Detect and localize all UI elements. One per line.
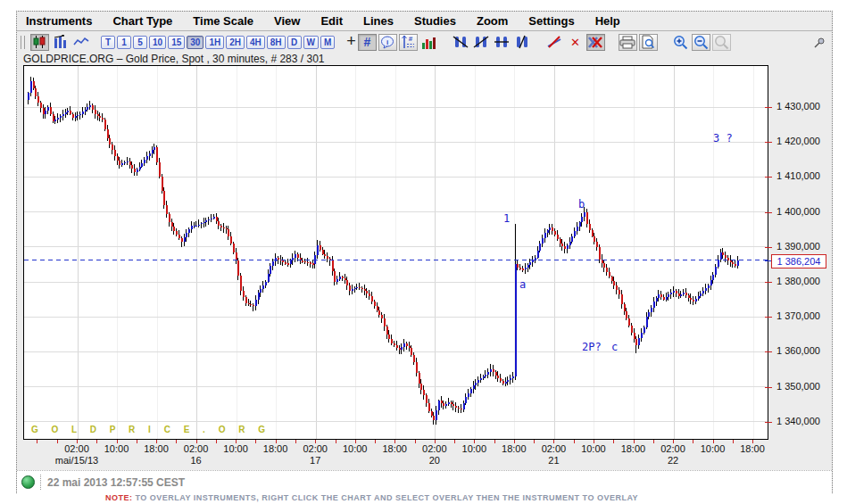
horizontal-line-icon <box>494 35 510 49</box>
date-label: 17 <box>310 455 320 466</box>
grid-toggle-button[interactable]: # <box>358 34 377 51</box>
delete-selected-button[interactable]: ✕ <box>566 34 585 51</box>
line-chart-button[interactable] <box>71 34 90 51</box>
price-tick-label: 1 400,000 <box>776 206 820 217</box>
date-label: mai/15/13 <box>55 455 98 466</box>
time-tick-mark <box>653 440 654 443</box>
price-axis: 1 430,0001 420,0001 410,0001 400,0001 39… <box>768 65 832 440</box>
price-tick-mark <box>765 212 772 213</box>
annotation-b: b <box>578 198 585 211</box>
timescale-w-button[interactable]: W <box>303 36 319 49</box>
time-label: 18:00 <box>621 443 646 454</box>
ohlc-bar-chart-button[interactable] <box>51 34 70 51</box>
candlestick-chart-icon <box>32 35 47 49</box>
time-label: 02:00 <box>542 443 567 454</box>
delete-all-lines-button[interactable] <box>586 34 605 51</box>
menu-instruments[interactable]: Instruments <box>26 14 92 28</box>
time-tick-mark <box>255 440 256 443</box>
price-scale-button[interactable]: # <box>399 34 418 51</box>
timescale-1h-button[interactable]: 1H <box>205 36 224 49</box>
menu-settings[interactable]: Settings <box>528 14 574 28</box>
delete-line-icon <box>546 35 562 49</box>
timescale-d-button[interactable]: D <box>287 36 302 49</box>
menu-chart-type[interactable]: Chart Type <box>112 14 172 28</box>
time-label: 10:00 <box>223 443 248 454</box>
vertical-line-icon <box>514 35 530 49</box>
volume-histogram-button[interactable] <box>419 34 438 51</box>
zoom-reset-icon <box>714 35 729 50</box>
menu-edit[interactable]: Edit <box>320 14 343 28</box>
print-preview-button[interactable] <box>639 34 658 51</box>
menu-bar: InstrumentsChart TypeTime ScaleViewEditL… <box>17 12 832 31</box>
time-tick-mark <box>454 440 455 443</box>
timescale-15-button[interactable]: 15 <box>168 36 185 49</box>
timescale-5-button[interactable]: 5 <box>133 36 147 49</box>
price-scale-icon: # <box>401 35 415 49</box>
chart-plot-area[interactable]: G O L D P R I C E . O R G 1ab2P?c3 ? <box>23 65 768 440</box>
price-tick-mark <box>765 422 772 423</box>
zoom-reset-button[interactable] <box>712 34 731 51</box>
price-tick-label: 1 430,000 <box>776 101 820 112</box>
note-text: TO OVERLAY INSTRUMENTS, RIGHT CLICK THE … <box>136 493 639 502</box>
time-tick-mark <box>494 440 495 443</box>
date-label: 16 <box>190 455 201 466</box>
time-label: 18:00 <box>382 443 407 454</box>
toolbar-drag-handle[interactable] <box>21 36 25 49</box>
info-tooltip-button[interactable]: i <box>378 34 397 51</box>
menu-view[interactable]: View <box>274 14 300 28</box>
horizontal-line-tool-button[interactable] <box>493 34 511 51</box>
time-tick-mark <box>733 440 734 443</box>
price-tick-label: 1 410,000 <box>776 170 820 181</box>
candlestick-chart <box>24 66 768 439</box>
crosshair-tool-icon[interactable]: + <box>346 35 356 47</box>
timescale-1-button[interactable]: 1 <box>117 36 131 49</box>
zoom-out-button[interactable] <box>692 34 710 51</box>
menu-time-scale[interactable]: Time Scale <box>193 14 253 28</box>
annotation-1: 1 <box>503 212 510 225</box>
svg-text:#: # <box>409 35 413 43</box>
price-tick-label: 1 390,000 <box>776 241 820 252</box>
menu-lines[interactable]: Lines <box>363 14 394 28</box>
delete-line-tool-button[interactable] <box>545 34 564 51</box>
print-button[interactable] <box>619 34 637 51</box>
info-bubble-icon: i <box>380 36 394 49</box>
price-tick-mark <box>765 351 772 352</box>
note-label: NOTE: <box>105 493 133 502</box>
time-axis: 02:0010:0018:00mai/15/1302:0010:0018:001… <box>23 440 768 470</box>
trendline-up-tool-button[interactable] <box>472 34 491 51</box>
timescale-2h-button[interactable]: 2H <box>226 36 245 49</box>
time-tick-mark <box>176 440 177 443</box>
trendline-down-tool-button[interactable] <box>452 34 470 51</box>
annotation-3: 3 ? <box>713 132 733 145</box>
price-tick-mark <box>765 177 772 178</box>
printer-icon <box>619 36 635 49</box>
time-tick-mark <box>574 440 575 443</box>
timescale-4h-button[interactable]: 4H <box>246 36 265 49</box>
price-tick-label: 1 340,000 <box>776 416 820 426</box>
overlay-help-note: NOTE: TO OVERLAY INSTRUMENTS, RIGHT CLIC… <box>105 493 830 502</box>
grid-icon: # <box>363 36 370 48</box>
date-label: 21 <box>548 455 559 466</box>
timescale-30-button[interactable]: 30 <box>187 36 203 49</box>
timescale-m-button[interactable]: M <box>320 36 335 49</box>
price-tick-label: 1 350,000 <box>776 381 820 392</box>
timescale-t-button[interactable]: T <box>101 36 115 49</box>
zoom-in-button[interactable] <box>671 34 690 51</box>
toolbar: T151015301H2H4H8HDWM + # i # <box>17 31 832 53</box>
pin-panel-icon[interactable] <box>813 37 826 53</box>
annotation-2p: 2P? <box>582 341 602 353</box>
timescale-10-button[interactable]: 10 <box>149 36 166 49</box>
time-tick-mark <box>534 440 535 443</box>
candlestick-chart-button[interactable] <box>30 34 49 51</box>
menu-studies[interactable]: Studies <box>414 14 456 28</box>
annotation-a: a <box>519 278 526 291</box>
status-timestamp: 22 mai 2013 12:57:55 CEST <box>47 476 185 489</box>
time-label: 02:00 <box>64 443 89 454</box>
time-label: 18:00 <box>144 443 169 454</box>
vertical-line-tool-button[interactable] <box>513 34 532 51</box>
timescale-8h-button[interactable]: 8H <box>267 36 286 49</box>
time-tick-mark <box>613 440 614 443</box>
status-bar: 22 mai 2013 12:57:55 CEST <box>17 470 832 493</box>
menu-zoom[interactable]: Zoom <box>477 14 508 28</box>
menu-help[interactable]: Help <box>595 14 620 28</box>
